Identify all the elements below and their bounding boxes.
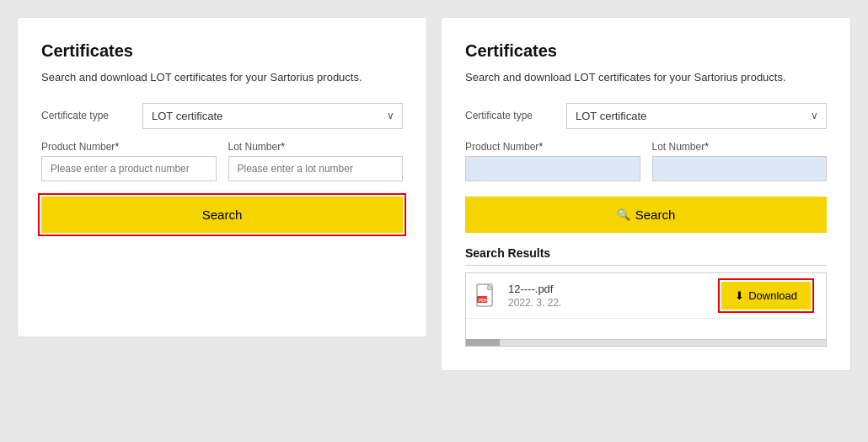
- search-button[interactable]: Search: [41, 197, 403, 233]
- svg-rect-0: [477, 284, 492, 306]
- right-cert-type-select[interactable]: LOT certificate: [566, 103, 827, 129]
- right-card-description: Search and download LOT certificates for…: [465, 69, 827, 86]
- svg-text:PDF: PDF: [479, 298, 487, 303]
- cert-type-row: Certificate type LOT certificate ∨: [41, 103, 403, 129]
- left-card: Certificates Search and download LOT cer…: [17, 17, 427, 337]
- lot-number-group: Lot Number: [228, 141, 404, 181]
- cert-type-select[interactable]: LOT certificate: [142, 103, 403, 129]
- inputs-row: Product Number Lot Number: [41, 141, 403, 181]
- table-row: PDF 12----.pdf 2022. 3. 22. ⬇ Download: [466, 273, 819, 319]
- right-product-number-label: Product Number: [465, 141, 640, 153]
- lot-number-label: Lot Number: [228, 141, 404, 153]
- search-results-label: Search Results: [465, 246, 827, 266]
- left-card-title: Certificates: [41, 41, 403, 61]
- search-results-area[interactable]: PDF 12----.pdf 2022. 3. 22. ⬇ Download: [465, 272, 827, 340]
- download-button-label: Download: [748, 289, 797, 302]
- right-card-title: Certificates: [465, 41, 827, 61]
- scrollbar-thumb: [466, 339, 500, 346]
- cert-type-select-wrapper: LOT certificate ∨: [142, 103, 403, 129]
- right-lot-number-group: Lot Number: [652, 141, 828, 181]
- left-card-description: Search and download LOT certificates for…: [41, 69, 403, 86]
- right-search-icon: 🔍: [617, 208, 630, 221]
- right-cert-type-label: Certificate type: [465, 110, 566, 121]
- product-number-group: Product Number: [41, 141, 217, 181]
- right-cert-type-row: Certificate type LOT certificate ∨: [465, 103, 827, 129]
- right-lot-number-label: Lot Number: [652, 141, 828, 153]
- product-number-label: Product Number: [41, 141, 217, 153]
- right-card: Certificates Search and download LOT cer…: [441, 17, 851, 371]
- right-product-number-group: Product Number: [465, 141, 640, 181]
- file-date: 2022. 3. 22.: [508, 297, 711, 309]
- file-name: 12----.pdf: [508, 283, 711, 295]
- right-product-number-input[interactable]: [465, 156, 640, 181]
- lot-number-input[interactable]: [228, 156, 404, 181]
- page-wrapper: Certificates Search and download LOT cer…: [0, 0, 868, 442]
- cert-type-label: Certificate type: [41, 110, 142, 121]
- horizontal-scrollbar[interactable]: [465, 340, 827, 347]
- right-search-button[interactable]: 🔍 Search: [465, 197, 827, 233]
- right-lot-number-input[interactable]: [652, 156, 828, 181]
- right-inputs-row: Product Number Lot Number: [465, 141, 827, 181]
- product-number-input[interactable]: [41, 156, 217, 181]
- right-cert-type-select-wrapper: LOT certificate ∨: [566, 103, 827, 129]
- right-search-button-label: Search: [635, 208, 676, 222]
- file-info: 12----.pdf 2022. 3. 22.: [508, 283, 711, 309]
- download-button[interactable]: ⬇ Download: [721, 282, 811, 310]
- download-icon: ⬇: [735, 289, 744, 302]
- search-button-label: Search: [202, 208, 243, 222]
- result-scroll-inner: PDF 12----.pdf 2022. 3. 22. ⬇ Download: [466, 273, 826, 319]
- pdf-icon: PDF: [474, 282, 498, 309]
